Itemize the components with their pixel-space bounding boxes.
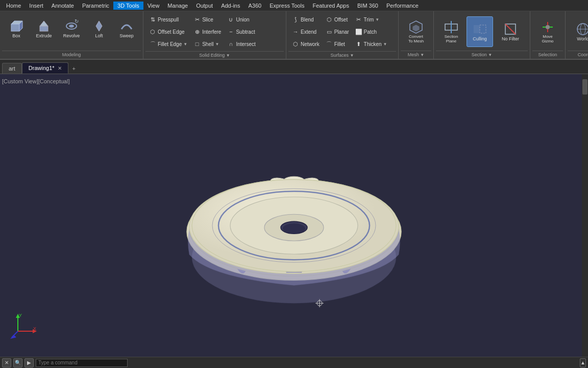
ribbon-group-section: SectionPlane Culling No Filter Section ▼ [434,11,530,59]
network-icon: ⬡ [292,40,299,48]
svg-marker-78 [10,335,16,339]
status-btn-cmd[interactable]: ▶ [24,358,34,367]
btn-planar[interactable]: ▭ Planar [323,27,352,37]
btn-subtract[interactable]: − Subtract [225,27,258,37]
btn-loft-label: Loft [95,33,103,38]
no-filter-icon [503,22,518,36]
tab-drawing1[interactable]: Drawing1* ✕ [22,62,68,74]
btn-culling-label: Culling [473,36,487,41]
gear-container [128,104,460,340]
status-btn-search[interactable]: 🔍 [13,358,22,367]
loft-icon [92,19,106,33]
svg-marker-10 [413,25,419,31]
tab-art[interactable]: art [2,63,22,74]
fillet-surf-icon: ⌒ [326,40,333,48]
btn-patch[interactable]: ⬜ Patch [353,27,390,37]
status-bar: ✕ 🔍 ▶ ▲ [0,357,588,368]
btn-box[interactable]: Box [3,13,30,44]
menu-featuredapps[interactable]: Featured Apps [308,2,353,10]
btn-union[interactable]: ∪ Union [225,14,258,25]
menu-3dtools[interactable]: 3D Tools [113,2,143,10]
menu-expresstools[interactable]: Express Tools [265,2,308,10]
modeling-group-title: Modeling [2,51,141,58]
viewport-label: [Custom View][Conceptual] [2,78,69,84]
section-plane-icon [444,20,458,34]
ribbon-group-surfaces: ⟆ Blend → Extend ⬡ Network ⬡ Offset [286,11,399,59]
menu-home[interactable]: Home [2,2,25,10]
scrollbar-right[interactable] [582,74,588,360]
menu-bar: Home Insert Annotate Parametric 3D Tools… [0,0,588,11]
svg-rect-3 [40,26,48,31]
btn-convert-to-mesh[interactable]: ConvertTo Mesh [403,16,429,47]
scrollbar-thumb[interactable] [582,79,587,95]
btn-offset-edge[interactable]: ⬡ Offset Edge [146,27,190,37]
btn-blend[interactable]: ⟆ Blend [289,14,322,25]
gear-svg [128,104,460,339]
world-icon [576,22,588,36]
btn-extrude[interactable]: Extrude [31,13,57,44]
btn-section-plane[interactable]: SectionPlane [438,16,464,47]
btn-shell[interactable]: □ Shell ▼ [191,39,224,49]
status-scrollbar[interactable]: ▲ [580,358,586,367]
sweep-icon [119,19,134,33]
viewport[interactable]: [Custom View][Conceptual] [0,74,588,360]
btn-extend[interactable]: → Extend [289,27,322,37]
revolve-icon: ↻ [64,19,79,33]
trim-icon: ✂ [355,16,362,23]
btn-intersect[interactable]: ∩ Intersect [225,39,258,49]
solid-col-1: ⇅ Presspull ⬡ Offset Edge ⌒ Fillet Edge … [146,13,190,50]
menu-manage[interactable]: Manage [163,2,192,10]
tab-close-icon[interactable]: ✕ [58,65,62,71]
menu-annotate[interactable]: Annotate [47,2,78,10]
surfaces-title: Surfaces ▼ [288,51,396,58]
btn-presspull[interactable]: ⇅ Presspull [146,14,190,25]
ribbon-group-selection: MoveGizmo Selection [530,11,566,59]
menu-performance[interactable]: Performance [382,2,423,10]
menu-a360[interactable]: A360 [244,2,265,10]
btn-convert-mesh-label: ConvertTo Mesh [408,34,424,43]
ribbon-group-modeling: Box Extrude ↻ Revolve Loft [0,11,143,59]
status-btn-cancel[interactable]: ✕ [2,358,11,367]
btn-culling[interactable]: Culling [467,16,493,47]
selection-title: Selection [532,51,563,58]
btn-thicken[interactable]: ⬆ Thicken ▼ [353,39,390,49]
svg-line-16 [505,24,516,34]
btn-network[interactable]: ⬡ Network [289,39,322,49]
menu-bim360[interactable]: BIM 360 [353,2,382,10]
btn-box-label: Box [12,33,20,38]
modeling-buttons: Box Extrude ↻ Revolve Loft [2,12,141,45]
btn-world[interactable]: World [570,16,588,47]
box-icon [9,19,23,33]
menu-parametric[interactable]: Parametric [78,2,113,10]
btn-fillet-surf[interactable]: ⌒ Fillet [323,39,352,49]
svg-point-66 [283,223,305,234]
btn-loft[interactable]: Loft [86,13,112,44]
menu-insert[interactable]: Insert [25,2,47,10]
btn-slice[interactable]: ✂ Slice [191,14,224,25]
tab-add-button[interactable]: + [68,63,80,74]
btn-offset[interactable]: ⬡ Offset [323,14,352,25]
ribbon-group-solid-editing: ⇅ Presspull ⬡ Offset Edge ⌒ Fillet Edge … [143,11,286,59]
svg-point-17 [546,25,550,29]
svg-marker-4 [40,21,48,26]
btn-trim[interactable]: ✂ Trim ▼ [353,14,390,25]
ribbon-group-coordinates: World ✕ Coordinates [566,11,588,59]
btn-revolve[interactable]: ↻ Revolve [58,13,85,44]
btn-no-filter[interactable]: No Filter [495,16,526,47]
solid-col-2: ✂ Slice ⊕ Interfere □ Shell ▼ [191,13,224,50]
svg-rect-13 [474,25,480,33]
menu-output[interactable]: Output [192,2,217,10]
tab-art-label: art [9,65,15,72]
command-input[interactable] [36,359,128,367]
menu-addins[interactable]: Add-ins [217,2,244,10]
svg-rect-0 [11,24,19,31]
section-title: Section ▼ [436,51,528,58]
btn-move-gizmo[interactable]: MoveGizmo [534,16,561,47]
btn-fillet-edge[interactable]: ⌒ Fillet Edge ▼ [146,39,190,49]
subtract-icon: − [227,28,234,35]
btn-sweep[interactable]: Sweep [113,13,140,44]
intersect-icon: ∩ [227,40,234,48]
menu-view[interactable]: View [143,2,164,10]
btn-interfere[interactable]: ⊕ Interfere [191,27,224,37]
move-gizmo-icon [541,20,555,34]
